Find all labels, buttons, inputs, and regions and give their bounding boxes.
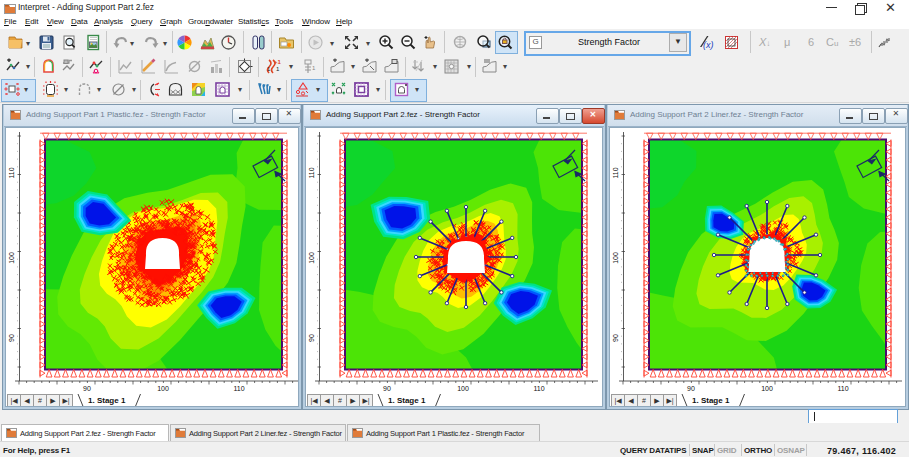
svg-text:100: 100 (308, 252, 315, 264)
svg-text:100: 100 (612, 252, 619, 264)
svg-text:100: 100 (157, 385, 169, 392)
svg-text:90: 90 (612, 334, 619, 342)
svg-text:110: 110 (612, 167, 619, 178)
svg-text:90: 90 (383, 385, 391, 392)
svg-text:110: 110 (8, 167, 15, 178)
svg-text:+1: +1 (274, 59, 282, 65)
svg-text:110: 110 (837, 385, 848, 392)
svg-text:1: 1 (267, 66, 271, 72)
svg-text:110: 110 (308, 167, 315, 178)
svg-text:110: 110 (233, 385, 244, 392)
svg-text:100: 100 (8, 252, 15, 264)
svg-text:90: 90 (8, 334, 15, 342)
svg-text:110: 110 (533, 385, 544, 392)
svg-text:1: 1 (312, 65, 316, 71)
svg-text:(x): (x) (703, 40, 714, 50)
svg-text:90: 90 (687, 385, 695, 392)
svg-text:90: 90 (83, 385, 91, 392)
svg-text:100: 100 (761, 385, 773, 392)
svg-text:100: 100 (457, 385, 469, 392)
svg-text:1: 1 (276, 66, 280, 72)
svg-text:90: 90 (308, 334, 315, 342)
